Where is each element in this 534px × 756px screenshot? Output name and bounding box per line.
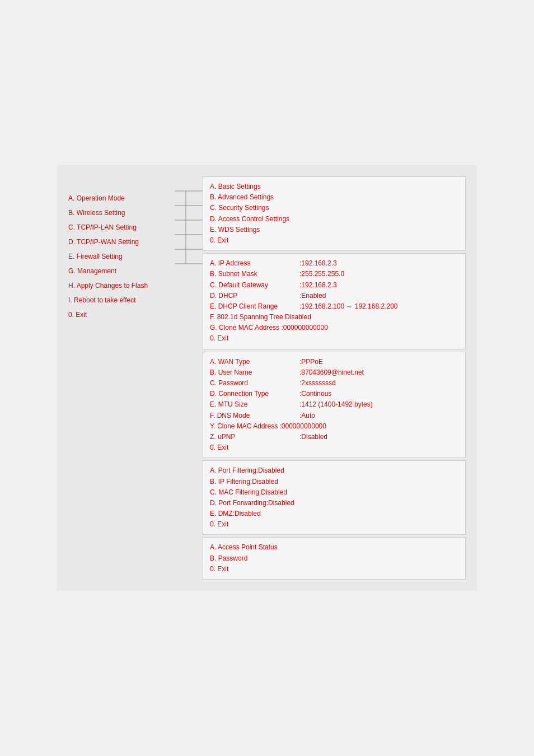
wan-line-b: B. User Name:87043609@hinet.net bbox=[210, 367, 458, 378]
wan-line-d: D. Connection Type:Continous bbox=[210, 389, 458, 399]
connector-lines bbox=[175, 176, 203, 580]
main-container: A. Operation Mode B. Wireless Setting C.… bbox=[57, 165, 477, 591]
wlan-line-c: C. Default Gateway:192.168.2.3 bbox=[210, 280, 458, 291]
mgmt-line-a: A. Access Point Status bbox=[210, 542, 458, 553]
menu-item-tcpip-lan[interactable]: C. TCP/IP-LAN Setting bbox=[68, 220, 175, 235]
fw-line-e: E. DMZ:Disabled bbox=[210, 508, 458, 519]
wan-line-z: Z. uPNP:Disabled bbox=[210, 432, 458, 442]
op-line-c: C. Security Settings bbox=[210, 203, 458, 213]
wan-line-0: 0. Exit bbox=[210, 442, 458, 453]
wlan-line-d: D. DHCP:Enabled bbox=[210, 291, 458, 301]
op-line-e: E. WDS Settings bbox=[210, 225, 458, 235]
fw-line-d: D. Port Forwarding:Disabled bbox=[210, 498, 458, 508]
op-line-b: B. Advanced Settings bbox=[210, 192, 458, 203]
wan-line-a: A. WAN Type:PPPoE bbox=[210, 357, 458, 367]
left-menu: A. Operation Mode B. Wireless Setting C.… bbox=[68, 176, 175, 580]
menu-item-apply-flash[interactable]: H. Apply Changes to Flash bbox=[68, 278, 175, 293]
wan-line-f: F. DNS Mode:Auto bbox=[210, 410, 458, 421]
wlan-line-a: A. IP Address:192.168.2.3 bbox=[210, 258, 458, 269]
wan-line-y: Y. Clone MAC Address :000000000000 bbox=[210, 421, 458, 432]
wlan-line-b: B. Subnet Mask:255.255.255.0 bbox=[210, 269, 458, 279]
wlan-line-g: G. Clone MAC Address :000000000000 bbox=[210, 323, 458, 333]
menu-item-reboot[interactable]: I. Reboot to take effect bbox=[68, 293, 175, 307]
fw-line-a: A. Port Filtering:Disabled bbox=[210, 465, 458, 476]
section-management: A. Access Point Status B. Password 0. Ex… bbox=[203, 537, 466, 580]
wan-line-c: C. Password:2xsssssssd bbox=[210, 378, 458, 389]
mgmt-line-0: 0. Exit bbox=[210, 564, 458, 575]
wlan-line-e: E. DHCP Client Range:192.168.2.100 ～ 192… bbox=[210, 301, 458, 312]
section-firewall: A. Port Filtering:Disabled B. IP Filteri… bbox=[203, 460, 466, 535]
right-panel: A. Basic Settings B. Advanced Settings C… bbox=[203, 176, 466, 580]
menu-item-wireless[interactable]: B. Wireless Setting bbox=[68, 206, 175, 220]
wan-line-e: E. MTU Size:1412 (1400-1492 bytes) bbox=[210, 399, 458, 410]
op-line-0: 0. Exit bbox=[210, 235, 458, 246]
wlan-line-0: 0. Exit bbox=[210, 333, 458, 344]
wlan-line-f: F. 802.1d Spanning Tree:Disabled bbox=[210, 312, 458, 323]
section-wan: A. WAN Type:PPPoE B. User Name:87043609@… bbox=[203, 352, 466, 459]
menu-item-exit[interactable]: 0. Exit bbox=[68, 307, 175, 322]
fw-line-c: C. MAC Filtering:Disabled bbox=[210, 487, 458, 498]
menu-item-tcpip-wan[interactable]: D. TCP/IP-WAN Setting bbox=[68, 235, 175, 249]
op-line-a: A. Basic Settings bbox=[210, 181, 458, 192]
op-line-d: D. Access Control Settings bbox=[210, 214, 458, 225]
section-operation-mode: A. Basic Settings B. Advanced Settings C… bbox=[203, 176, 466, 251]
fw-line-b: B. IP Filtering:Disabled bbox=[210, 477, 458, 487]
menu-item-operation-mode[interactable]: A. Operation Mode bbox=[68, 191, 175, 206]
connector-svg bbox=[175, 176, 203, 580]
mgmt-line-b: B. Password bbox=[210, 553, 458, 564]
menu-item-management[interactable]: G. Management bbox=[68, 264, 175, 278]
menu-item-firewall[interactable]: E. Firewall Setting bbox=[68, 249, 175, 264]
section-wireless-lan: A. IP Address:192.168.2.3 B. Subnet Mask… bbox=[203, 253, 466, 349]
fw-line-0: 0. Exit bbox=[210, 519, 458, 530]
